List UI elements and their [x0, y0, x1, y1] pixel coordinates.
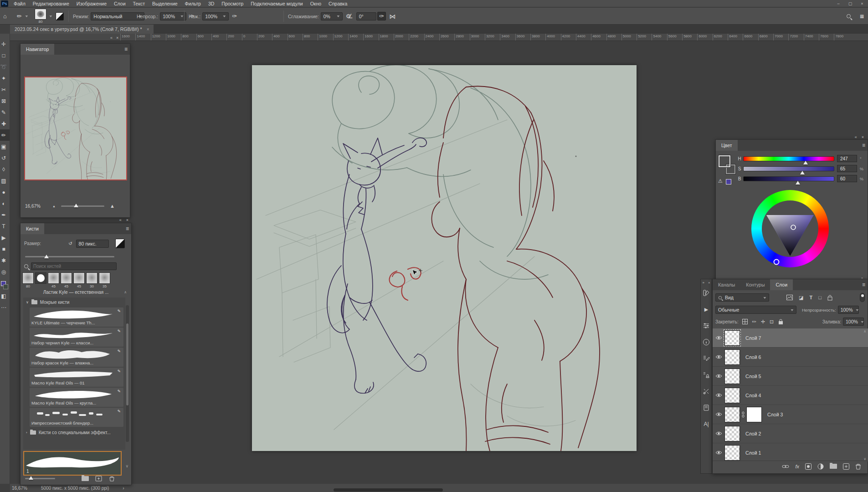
visibility-eye-icon[interactable] — [713, 336, 724, 340]
eyedropper-tool[interactable]: ✎ — [0, 107, 10, 118]
brightness-value[interactable]: 60 — [837, 175, 857, 182]
brush-preset-tile[interactable]: 35 — [99, 272, 110, 288]
horizontal-scrollbar[interactable] — [334, 488, 443, 492]
brush-settings-panel-icon[interactable] — [115, 239, 125, 248]
filter-pixel-layers-icon[interactable] — [786, 295, 793, 300]
collapse-panel-icon[interactable]: « — [119, 218, 122, 222]
visibility-eye-icon[interactable] — [713, 412, 724, 416]
layer-effects-icon[interactable]: fx — [795, 464, 799, 469]
panel-menu-icon[interactable]: ≡ — [862, 142, 865, 149]
filter-adjustment-layers-icon[interactable]: ◪ — [799, 295, 803, 301]
tab-navigator[interactable]: Навигатор — [21, 44, 54, 55]
character-panel-icon[interactable]: A| — [702, 420, 710, 428]
dodge-tool[interactable]: ◐ — [0, 198, 10, 209]
tab-color[interactable]: Цвет — [716, 140, 738, 151]
libraries-panel-icon[interactable] — [702, 387, 710, 395]
brush-list-scrollbar[interactable] — [126, 305, 129, 442]
gamut-warning-icon[interactable]: ⚠ — [718, 178, 723, 184]
notes-panel-icon[interactable] — [702, 404, 710, 412]
brush-preset-tile[interactable]: 80 — [22, 272, 34, 288]
color-swatches-mini[interactable] — [1, 281, 8, 290]
layer-fill-select[interactable]: 100%▼ — [843, 318, 864, 326]
brush-preset-tile[interactable]: 45 — [73, 272, 85, 288]
delete-layer-icon[interactable] — [855, 463, 861, 470]
menu-справка[interactable]: Справка — [325, 1, 351, 6]
zoom-tool[interactable]: ◎ — [0, 266, 10, 277]
layer-thumbnail[interactable] — [724, 426, 740, 441]
menu-изображение[interactable]: Изображение — [73, 1, 110, 6]
layer-name[interactable]: Слой 4 — [745, 393, 761, 398]
new-group-icon[interactable] — [830, 464, 837, 469]
brush-group-closed[interactable]: › Кисти со специальными эффект... — [23, 428, 125, 437]
brush-group-open[interactable]: ∨ Мокрые кисти — [23, 297, 125, 307]
blend-mode-select[interactable]: Обычные▼ — [715, 306, 796, 314]
saturation-slider[interactable] — [743, 166, 834, 171]
navigator-zoom-slider[interactable] — [61, 205, 104, 207]
link-layers-icon[interactable] — [782, 464, 789, 469]
expand-dock-icon[interactable]: » — [702, 281, 704, 285]
delete-brush-icon[interactable] — [108, 476, 115, 482]
zoom-level-field[interactable]: 16,67% — [12, 486, 27, 491]
reset-size-icon[interactable]: ↺ — [68, 241, 72, 246]
menu-подключаемые-модули[interactable]: Подключаемые модули — [247, 1, 306, 6]
menu-просмотр[interactable]: Просмотр — [218, 1, 247, 6]
document-canvas[interactable] — [252, 65, 637, 451]
type-tool[interactable]: T — [0, 220, 10, 232]
layer-name[interactable]: Слой 3 — [767, 412, 783, 417]
object-selection-tool[interactable]: ✦ — [0, 72, 10, 84]
saturation-value[interactable]: 65 — [837, 165, 857, 172]
navigator-zoom-value[interactable]: 16,67% — [25, 204, 46, 209]
zoom-in-icon[interactable]: ▲ — [110, 203, 115, 209]
history-brush-tool[interactable]: ↺ — [0, 152, 10, 164]
filter-smart-objects-icon[interactable] — [827, 295, 832, 301]
layer-name[interactable]: Слой 1 — [745, 450, 761, 456]
adjustments-panel-icon[interactable] — [702, 322, 710, 330]
pen-tool[interactable]: ✒ — [0, 209, 10, 220]
layer-row[interactable]: Слой 3 — [713, 405, 868, 424]
brush-item[interactable]: ✎ KYLE Ultimate — черчение Th... — [30, 308, 123, 327]
crop-tool[interactable]: ✂ — [0, 84, 10, 95]
visibility-eye-icon[interactable] — [713, 393, 724, 397]
brush-item[interactable]: ✎ Импрессионистский блендер... — [30, 408, 123, 427]
menu-выделение[interactable]: Выделение — [149, 1, 181, 6]
opacity-select[interactable]: 100%▼ — [160, 12, 186, 20]
clone-source-panel-icon[interactable] — [702, 371, 710, 379]
actions-panel-icon[interactable]: ▶ — [702, 305, 710, 313]
lock-all-icon[interactable] — [778, 319, 783, 325]
brush-size-slider[interactable] — [25, 256, 114, 257]
brush-preset-tile[interactable]: 45 — [48, 272, 59, 288]
visibility-eye-icon[interactable] — [713, 355, 724, 359]
tab-close-icon[interactable]: × — [147, 27, 149, 32]
menu-фильтр[interactable]: Фильтр — [181, 1, 205, 6]
tab-brushes[interactable]: Кисти — [21, 223, 44, 234]
brush-settings-toggle-icon[interactable] — [56, 12, 64, 20]
new-group-icon[interactable] — [82, 476, 89, 481]
mask-link-icon[interactable] — [741, 411, 745, 418]
scroll-down-icon[interactable]: ∨ — [125, 464, 128, 468]
lock-position-icon[interactable]: ✛ — [761, 319, 765, 325]
tab-channels[interactable]: Каналы — [713, 279, 740, 290]
flow-select[interactable]: 100%▼ — [202, 12, 229, 20]
maximize-button[interactable]: ▢ — [844, 1, 856, 6]
hue-slider[interactable] — [743, 156, 834, 161]
layer-thumbnail[interactable] — [724, 330, 740, 346]
color-wheel[interactable] — [751, 190, 829, 267]
hue-value[interactable]: 247 — [837, 155, 857, 162]
healing-brush-tool[interactable]: ✚ — [0, 118, 10, 129]
workspace-icon[interactable]: ▦ — [858, 13, 865, 20]
new-layer-icon[interactable] — [843, 463, 849, 470]
menu-редактирование[interactable]: Редактирование — [29, 1, 73, 6]
layer-thumbnail[interactable] — [724, 445, 740, 461]
layer-filter-select[interactable]: Вид▼ — [715, 293, 769, 302]
move-tool[interactable]: ✛ — [0, 38, 10, 50]
close-panel-icon[interactable]: × — [862, 135, 864, 139]
brush-preset-picker[interactable] — [35, 9, 46, 20]
filter-toggle[interactable] — [860, 293, 865, 302]
chevron-down-icon[interactable]: ▼ — [49, 15, 53, 18]
brush-item[interactable]: ✎ Масло Kyle Real Oils — 01 — [30, 368, 123, 387]
brush-settings-panel-icon[interactable] — [702, 289, 710, 297]
menu-слои[interactable]: Слои — [110, 1, 129, 6]
collapse-panel-icon[interactable]: « — [855, 135, 857, 139]
marquee-tool[interactable]: □ — [0, 50, 10, 61]
close-panel-icon[interactable]: × — [126, 218, 128, 222]
